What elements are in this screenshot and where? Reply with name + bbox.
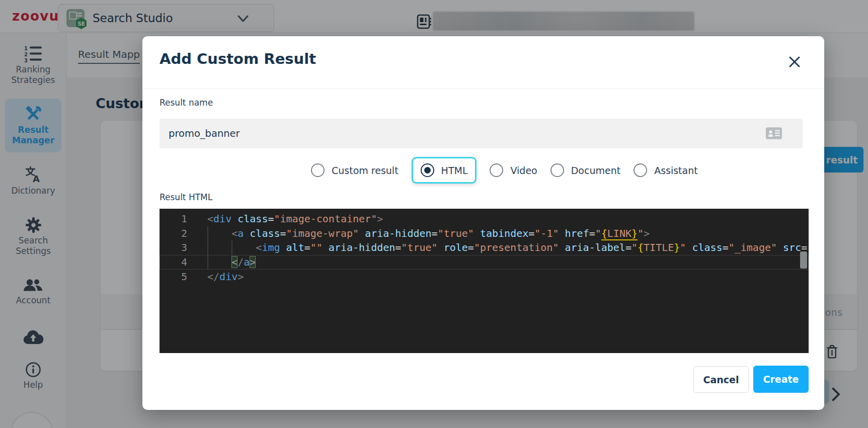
code-line[interactable]: 4 </a>	[160, 255, 809, 270]
code-text: </a>	[207, 255, 256, 270]
cancel-button[interactable]: Cancel	[693, 366, 749, 393]
indent-guide	[231, 240, 232, 255]
code-line[interactable]: 3 <img alt="" aria-hidden="true" role="p…	[160, 240, 809, 255]
result-name-input[interactable]	[160, 119, 803, 148]
radio-circle-selected[interactable]	[421, 163, 434, 177]
code-line[interactable]: 1<div class="image-container">	[160, 212, 809, 226]
radio-video[interactable]: Video	[490, 163, 537, 177]
close-icon[interactable]	[785, 52, 804, 71]
code-editor-lines: 1<div class="image-container">2 <a class…	[160, 209, 809, 284]
radio-assistant[interactable]: Assistant	[634, 163, 698, 177]
editor-scrollbar-thumb[interactable]	[800, 251, 807, 269]
code-line[interactable]: 2 <a class="image-wrap" aria-hidden="tru…	[160, 226, 809, 241]
radio-custom-result[interactable]: Custom result	[311, 163, 399, 177]
line-number: 1	[160, 212, 187, 226]
indent-guide	[207, 226, 208, 270]
radio-html[interactable]: HTML	[412, 157, 477, 184]
modal-header-divider	[142, 89, 824, 89]
code-text: </div>	[207, 270, 244, 284]
create-button[interactable]: Create	[753, 366, 809, 393]
contact-card-icon	[766, 127, 782, 141]
result-name-label: Result name	[160, 98, 213, 108]
result-type-radio-group: Custom result HTML Video Document Assist…	[302, 155, 698, 185]
radio-circle[interactable]	[311, 163, 325, 177]
code-text: <img alt="" aria-hidden="true" role="pre…	[207, 240, 809, 255]
line-number: 3	[160, 240, 187, 255]
code-editor[interactable]: 1<div class="image-container">2 <a class…	[160, 209, 809, 353]
code-text: <div class="image-container">	[207, 212, 383, 226]
radio-circle[interactable]	[634, 163, 647, 177]
code-line[interactable]: 5</div>	[160, 270, 809, 284]
radio-circle[interactable]	[550, 163, 564, 177]
code-text: <a class="image-wrap" aria-hidden="true"…	[207, 226, 650, 241]
radio-document[interactable]: Document	[550, 163, 620, 177]
add-custom-result-modal: Add Custom Result Result name Custom res…	[142, 36, 824, 410]
screen: zoovu SE Search Studio	[0, 0, 868, 428]
result-html-label: Result HTML	[160, 192, 212, 202]
radio-circle[interactable]	[490, 163, 503, 177]
line-number: 4	[160, 255, 187, 270]
line-number: 2	[160, 226, 187, 241]
modal-title: Add Custom Result	[160, 50, 316, 67]
line-number: 5	[160, 270, 187, 284]
